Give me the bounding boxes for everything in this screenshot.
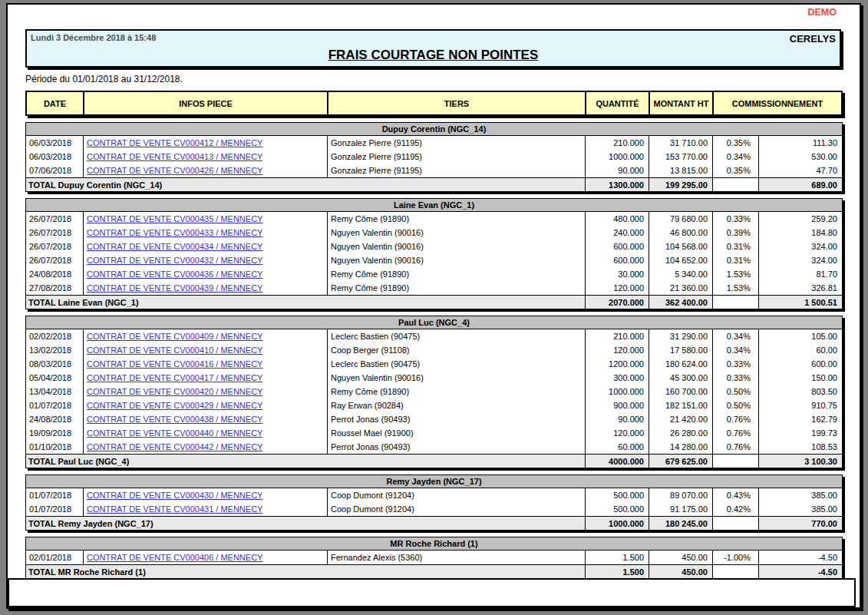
row-infos-piece: CONTRAT DE VENTE CV000413 / MENNECY xyxy=(84,150,328,164)
row-quantity: 120.000 xyxy=(586,426,649,440)
row-date: 01/07/2018 xyxy=(26,488,84,502)
row-tiers: Remy Côme (91890) xyxy=(328,281,586,295)
total-montant: 199 295.00 xyxy=(649,178,713,191)
piece-link[interactable]: CONTRAT DE VENTE CV000438 / MENNECY xyxy=(87,415,262,424)
row-commission: 324.00 xyxy=(759,240,842,253)
row-quantity: 120.000 xyxy=(586,281,649,295)
row-infos-piece: CONTRAT DE VENTE CV000438 / MENNECY xyxy=(84,412,328,426)
piece-link[interactable]: CONTRAT DE VENTE CV000430 / MENNECY xyxy=(87,491,262,500)
row-montant: 182 151.00 xyxy=(649,398,713,412)
row-date: 08/03/2018 xyxy=(26,357,84,371)
total-quantity: 4000.000 xyxy=(586,455,649,468)
row-date: 01/07/2018 xyxy=(26,398,84,412)
row-montant: 153 770.00 xyxy=(649,150,713,164)
total-label: TOTAL Remy Jayden (NGC_17) xyxy=(26,517,586,530)
row-commission: 803.50 xyxy=(759,385,842,398)
table-row: 26/07/2018 CONTRAT DE VENTE CV000432 / M… xyxy=(26,253,842,267)
row-tiers: Leclerc Bastien (90475) xyxy=(328,357,586,371)
table-row: 26/07/2018 CONTRAT DE VENTE CV000435 / M… xyxy=(26,212,842,226)
piece-link[interactable]: CONTRAT DE VENTE CV000410 / MENNECY xyxy=(87,346,262,355)
piece-link[interactable]: CONTRAT DE VENTE CV000431 / MENNECY xyxy=(87,504,262,514)
total-percent xyxy=(713,296,759,309)
piece-link[interactable]: CONTRAT DE VENTE CV000434 / MENNECY xyxy=(87,242,262,251)
row-date: 02/02/2018 xyxy=(26,329,84,343)
piece-link[interactable]: CONTRAT DE VENTE CV000417 / MENNECY xyxy=(87,373,262,382)
piece-link[interactable]: CONTRAT DE VENTE CV000442 / MENNECY xyxy=(87,442,262,451)
row-tiers: Remy Côme (91890) xyxy=(328,385,586,398)
row-montant: 91 175.00 xyxy=(649,502,713,516)
piece-link[interactable]: CONTRAT DE VENTE CV000432 / MENNECY xyxy=(87,256,262,265)
row-quantity: 1.500 xyxy=(586,551,649,564)
row-percent: 0.76% xyxy=(713,440,759,454)
piece-link[interactable]: CONTRAT DE VENTE CV000416 / MENNECY xyxy=(87,359,262,369)
group-total-row: TOTAL MR Roche Richard (1) 1.500 450.00 … xyxy=(26,564,842,578)
piece-link[interactable]: CONTRAT DE VENTE CV000435 / MENNECY xyxy=(87,214,262,223)
total-quantity: 1000.000 xyxy=(586,517,649,530)
row-montant: 89 070.00 xyxy=(649,488,713,502)
row-montant: 46 800.00 xyxy=(649,226,713,240)
row-commission: 60.00 xyxy=(759,343,842,357)
piece-link[interactable]: CONTRAT DE VENTE CV000429 / MENNECY xyxy=(87,401,262,410)
row-percent: 0.50% xyxy=(713,398,759,412)
piece-link[interactable]: CONTRAT DE VENTE CV000413 / MENNECY xyxy=(87,152,262,161)
row-infos-piece: CONTRAT DE VENTE CV000429 / MENNECY xyxy=(84,398,328,412)
row-percent: 0.33% xyxy=(713,371,759,385)
piece-link[interactable]: CONTRAT DE VENTE CV000409 / MENNECY xyxy=(87,332,262,341)
row-montant: 45 300.00 xyxy=(649,371,713,385)
row-infos-piece: CONTRAT DE VENTE CV000417 / MENNECY xyxy=(84,371,328,385)
piece-link[interactable]: CONTRAT DE VENTE CV000440 / MENNECY xyxy=(87,428,262,438)
piece-link[interactable]: CONTRAT DE VENTE CV000412 / MENNECY xyxy=(87,138,262,147)
row-tiers: Gonzalez Pierre (91195) xyxy=(328,164,586,177)
row-tiers: Ray Erwan (90284) xyxy=(328,398,586,412)
row-percent: 0.34% xyxy=(713,329,759,343)
piece-link[interactable]: CONTRAT DE VENTE CV000406 / MENNECY xyxy=(87,553,262,562)
row-percent: 0.42% xyxy=(713,502,759,516)
row-montant: 26 280.00 xyxy=(649,426,713,440)
row-quantity: 1000.000 xyxy=(586,385,649,398)
row-tiers: Nguyen Valentin (90016) xyxy=(328,226,586,240)
row-commission: 199.73 xyxy=(759,426,842,440)
row-montant: 180 624.00 xyxy=(649,357,713,371)
total-percent xyxy=(713,455,759,468)
row-date: 27/08/2018 xyxy=(26,281,84,295)
row-montant: 104 652.00 xyxy=(649,253,713,267)
table-row: 24/08/2018 CONTRAT DE VENTE CV000438 / M… xyxy=(26,412,842,426)
row-quantity: 1200.000 xyxy=(586,357,649,371)
group-table: Dupuy Corentin (NGC_14) 06/03/2018 CONTR… xyxy=(25,122,843,192)
row-tiers: Perrot Jonas (90493) xyxy=(328,412,586,426)
row-infos-piece: CONTRAT DE VENTE CV000435 / MENNECY xyxy=(84,212,328,226)
group-header: MR Roche Richard (1) xyxy=(26,537,842,551)
table-row: 27/08/2018 CONTRAT DE VENTE CV000439 / M… xyxy=(26,281,842,295)
piece-link[interactable]: CONTRAT DE VENTE CV000426 / MENNECY xyxy=(87,166,262,175)
table-row: 06/03/2018 CONTRAT DE VENTE CV000413 / M… xyxy=(26,150,842,164)
piece-link[interactable]: CONTRAT DE VENTE CV000436 / MENNECY xyxy=(87,269,262,279)
row-quantity: 500.000 xyxy=(586,488,649,502)
row-quantity: 1000.000 xyxy=(586,150,649,164)
total-label: TOTAL Laine Evan (NGC_1) xyxy=(26,296,586,309)
group-header: Remy Jayden (NGC_17) xyxy=(26,475,842,488)
row-quantity: 600.000 xyxy=(586,253,649,267)
row-infos-piece: CONTRAT DE VENTE CV000440 / MENNECY xyxy=(84,426,328,440)
row-quantity: 120.000 xyxy=(586,343,649,357)
row-commission: 47.70 xyxy=(759,164,842,177)
piece-link[interactable]: CONTRAT DE VENTE CV000439 / MENNECY xyxy=(87,283,262,293)
group-header: Laine Evan (NGC_1) xyxy=(26,199,842,212)
row-tiers: Coop Dumont (91204) xyxy=(328,488,586,502)
row-infos-piece: CONTRAT DE VENTE CV000439 / MENNECY xyxy=(84,281,328,295)
row-infos-piece: CONTRAT DE VENTE CV000431 / MENNECY xyxy=(84,502,328,516)
group-header: Dupuy Corentin (NGC_14) xyxy=(26,123,842,136)
column-header-quantite: QUANTITÉ xyxy=(586,91,649,115)
row-infos-piece: CONTRAT DE VENTE CV000434 / MENNECY xyxy=(84,240,328,253)
group-total-row: TOTAL Dupuy Corentin (NGC_14) 1300.000 1… xyxy=(26,177,842,191)
group-table: Laine Evan (NGC_1) 26/07/2018 CONTRAT DE… xyxy=(25,198,843,309)
row-date: 01/07/2018 xyxy=(26,502,84,516)
total-commission: -4.50 xyxy=(759,565,842,578)
row-infos-piece: CONTRAT DE VENTE CV000433 / MENNECY xyxy=(84,226,328,240)
row-montant: 79 680.00 xyxy=(649,212,713,226)
piece-link[interactable]: CONTRAT DE VENTE CV000433 / MENNECY xyxy=(87,228,262,237)
row-date: 24/08/2018 xyxy=(26,267,84,281)
piece-link[interactable]: CONTRAT DE VENTE CV000420 / MENNECY xyxy=(87,387,262,396)
row-montant: 21 360.00 xyxy=(649,281,713,295)
row-commission: 385.00 xyxy=(759,488,842,502)
row-percent: 0.33% xyxy=(713,212,759,226)
